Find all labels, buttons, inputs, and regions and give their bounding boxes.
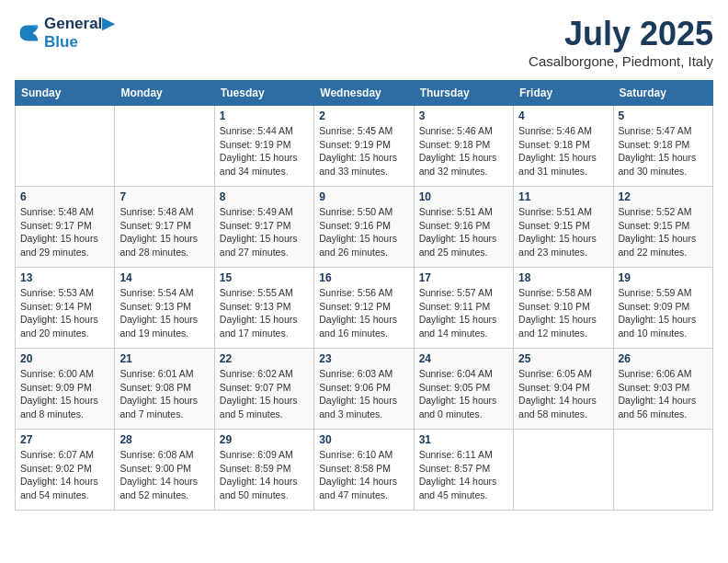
day-info: Sunrise: 5:53 AM Sunset: 9:14 PM Dayligh… xyxy=(20,286,109,340)
calendar-cell: 12Sunrise: 5:52 AM Sunset: 9:15 PM Dayli… xyxy=(613,187,712,268)
calendar-cell: 1Sunrise: 5:44 AM Sunset: 9:19 PM Daylig… xyxy=(214,106,313,187)
day-number: 16 xyxy=(319,271,408,284)
logo: General▶ Blue xyxy=(15,15,114,52)
calendar-cell: 13Sunrise: 5:53 AM Sunset: 9:14 PM Dayli… xyxy=(16,268,115,349)
calendar-cell: 29Sunrise: 6:09 AM Sunset: 8:59 PM Dayli… xyxy=(214,430,313,511)
location: Casalborgone, Piedmont, Italy xyxy=(529,53,713,69)
calendar-cell: 10Sunrise: 5:51 AM Sunset: 9:16 PM Dayli… xyxy=(414,187,513,268)
week-row-5: 27Sunrise: 6:07 AM Sunset: 9:02 PM Dayli… xyxy=(16,430,713,511)
day-number: 6 xyxy=(20,190,109,203)
calendar-cell: 26Sunrise: 6:06 AM Sunset: 9:03 PM Dayli… xyxy=(613,349,712,430)
col-header-saturday: Saturday xyxy=(613,81,712,106)
calendar-table: SundayMondayTuesdayWednesdayThursdayFrid… xyxy=(15,80,713,511)
calendar-cell: 18Sunrise: 5:58 AM Sunset: 9:10 PM Dayli… xyxy=(514,268,613,349)
day-number: 4 xyxy=(518,109,608,122)
day-number: 18 xyxy=(518,271,608,284)
day-info: Sunrise: 6:10 AM Sunset: 8:58 PM Dayligh… xyxy=(319,448,408,502)
day-number: 9 xyxy=(319,190,408,203)
day-info: Sunrise: 5:51 AM Sunset: 9:15 PM Dayligh… xyxy=(518,205,608,259)
calendar-cell: 21Sunrise: 6:01 AM Sunset: 9:08 PM Dayli… xyxy=(115,349,214,430)
day-info: Sunrise: 6:11 AM Sunset: 8:57 PM Dayligh… xyxy=(419,448,508,502)
day-number: 27 xyxy=(20,433,109,446)
week-row-2: 6Sunrise: 5:48 AM Sunset: 9:17 PM Daylig… xyxy=(16,187,713,268)
calendar-cell: 24Sunrise: 6:04 AM Sunset: 9:05 PM Dayli… xyxy=(414,349,513,430)
day-info: Sunrise: 5:55 AM Sunset: 9:13 PM Dayligh… xyxy=(220,286,309,340)
calendar-cell: 16Sunrise: 5:56 AM Sunset: 9:12 PM Dayli… xyxy=(314,268,414,349)
day-info: Sunrise: 5:49 AM Sunset: 9:17 PM Dayligh… xyxy=(220,205,309,259)
day-info: Sunrise: 6:06 AM Sunset: 9:03 PM Dayligh… xyxy=(619,367,708,421)
day-info: Sunrise: 6:08 AM Sunset: 9:00 PM Dayligh… xyxy=(119,448,209,502)
week-row-1: 1Sunrise: 5:44 AM Sunset: 9:19 PM Daylig… xyxy=(16,106,713,187)
day-info: Sunrise: 5:46 AM Sunset: 9:18 PM Dayligh… xyxy=(419,124,508,178)
calendar-cell: 31Sunrise: 6:11 AM Sunset: 8:57 PM Dayli… xyxy=(414,430,513,511)
day-info: Sunrise: 5:58 AM Sunset: 9:10 PM Dayligh… xyxy=(518,286,608,340)
calendar-cell: 17Sunrise: 5:57 AM Sunset: 9:11 PM Dayli… xyxy=(414,268,513,349)
calendar-cell: 25Sunrise: 6:05 AM Sunset: 9:04 PM Dayli… xyxy=(514,349,613,430)
day-number: 30 xyxy=(319,433,408,446)
day-info: Sunrise: 5:48 AM Sunset: 9:17 PM Dayligh… xyxy=(20,205,109,259)
week-row-3: 13Sunrise: 5:53 AM Sunset: 9:14 PM Dayli… xyxy=(16,268,713,349)
day-number: 25 xyxy=(518,352,608,365)
header-row: SundayMondayTuesdayWednesdayThursdayFrid… xyxy=(16,81,713,106)
calendar-cell xyxy=(115,106,214,187)
day-info: Sunrise: 5:44 AM Sunset: 9:19 PM Dayligh… xyxy=(220,124,309,178)
month-title: July 2025 xyxy=(529,15,713,53)
title-block: July 2025 Casalborgone, Piedmont, Italy xyxy=(529,15,713,69)
calendar-cell: 15Sunrise: 5:55 AM Sunset: 9:13 PM Dayli… xyxy=(214,268,313,349)
col-header-monday: Monday xyxy=(115,81,214,106)
day-info: Sunrise: 6:00 AM Sunset: 9:09 PM Dayligh… xyxy=(20,367,109,421)
logo-text: General▶ Blue xyxy=(44,15,114,52)
logo-icon xyxy=(15,20,40,46)
calendar-cell: 2Sunrise: 5:45 AM Sunset: 9:19 PM Daylig… xyxy=(314,106,414,187)
calendar-cell: 3Sunrise: 5:46 AM Sunset: 9:18 PM Daylig… xyxy=(414,106,513,187)
day-number: 19 xyxy=(619,271,708,284)
day-info: Sunrise: 6:02 AM Sunset: 9:07 PM Dayligh… xyxy=(220,367,309,421)
calendar-cell xyxy=(514,430,613,511)
calendar-cell: 4Sunrise: 5:46 AM Sunset: 9:18 PM Daylig… xyxy=(514,106,613,187)
day-number: 5 xyxy=(619,109,708,122)
day-info: Sunrise: 5:48 AM Sunset: 9:17 PM Dayligh… xyxy=(119,205,209,259)
day-number: 24 xyxy=(419,352,508,365)
day-number: 12 xyxy=(619,190,708,203)
day-info: Sunrise: 5:50 AM Sunset: 9:16 PM Dayligh… xyxy=(319,205,408,259)
calendar-cell: 27Sunrise: 6:07 AM Sunset: 9:02 PM Dayli… xyxy=(16,430,115,511)
day-number: 21 xyxy=(119,352,209,365)
calendar-cell: 6Sunrise: 5:48 AM Sunset: 9:17 PM Daylig… xyxy=(16,187,115,268)
day-info: Sunrise: 6:03 AM Sunset: 9:06 PM Dayligh… xyxy=(319,367,408,421)
day-number: 3 xyxy=(419,109,508,122)
calendar-cell xyxy=(613,430,712,511)
day-number: 29 xyxy=(220,433,309,446)
day-number: 23 xyxy=(319,352,408,365)
calendar-cell: 7Sunrise: 5:48 AM Sunset: 9:17 PM Daylig… xyxy=(115,187,214,268)
calendar-cell: 11Sunrise: 5:51 AM Sunset: 9:15 PM Dayli… xyxy=(514,187,613,268)
day-number: 14 xyxy=(119,271,209,284)
day-info: Sunrise: 5:46 AM Sunset: 9:18 PM Dayligh… xyxy=(518,124,608,178)
day-number: 1 xyxy=(220,109,309,122)
calendar-cell: 5Sunrise: 5:47 AM Sunset: 9:18 PM Daylig… xyxy=(613,106,712,187)
week-row-4: 20Sunrise: 6:00 AM Sunset: 9:09 PM Dayli… xyxy=(16,349,713,430)
calendar-cell: 14Sunrise: 5:54 AM Sunset: 9:13 PM Dayli… xyxy=(115,268,214,349)
day-info: Sunrise: 5:54 AM Sunset: 9:13 PM Dayligh… xyxy=(119,286,209,340)
day-info: Sunrise: 5:57 AM Sunset: 9:11 PM Dayligh… xyxy=(419,286,508,340)
day-info: Sunrise: 6:01 AM Sunset: 9:08 PM Dayligh… xyxy=(119,367,209,421)
col-header-wednesday: Wednesday xyxy=(314,81,414,106)
day-info: Sunrise: 5:51 AM Sunset: 9:16 PM Dayligh… xyxy=(419,205,508,259)
day-number: 26 xyxy=(619,352,708,365)
calendar-cell: 9Sunrise: 5:50 AM Sunset: 9:16 PM Daylig… xyxy=(314,187,414,268)
col-header-tuesday: Tuesday xyxy=(214,81,313,106)
day-info: Sunrise: 5:59 AM Sunset: 9:09 PM Dayligh… xyxy=(619,286,708,340)
day-number: 20 xyxy=(20,352,109,365)
calendar-cell: 19Sunrise: 5:59 AM Sunset: 9:09 PM Dayli… xyxy=(613,268,712,349)
day-number: 11 xyxy=(518,190,608,203)
day-info: Sunrise: 6:04 AM Sunset: 9:05 PM Dayligh… xyxy=(419,367,508,421)
day-number: 13 xyxy=(20,271,109,284)
day-info: Sunrise: 6:05 AM Sunset: 9:04 PM Dayligh… xyxy=(518,367,608,421)
page-header: General▶ Blue July 2025 Casalborgone, Pi… xyxy=(15,15,713,69)
day-number: 31 xyxy=(419,433,508,446)
calendar-cell: 22Sunrise: 6:02 AM Sunset: 9:07 PM Dayli… xyxy=(214,349,313,430)
day-info: Sunrise: 5:47 AM Sunset: 9:18 PM Dayligh… xyxy=(619,124,708,178)
calendar-cell: 30Sunrise: 6:10 AM Sunset: 8:58 PM Dayli… xyxy=(314,430,414,511)
calendar-cell: 20Sunrise: 6:00 AM Sunset: 9:09 PM Dayli… xyxy=(16,349,115,430)
day-number: 15 xyxy=(220,271,309,284)
day-number: 22 xyxy=(220,352,309,365)
